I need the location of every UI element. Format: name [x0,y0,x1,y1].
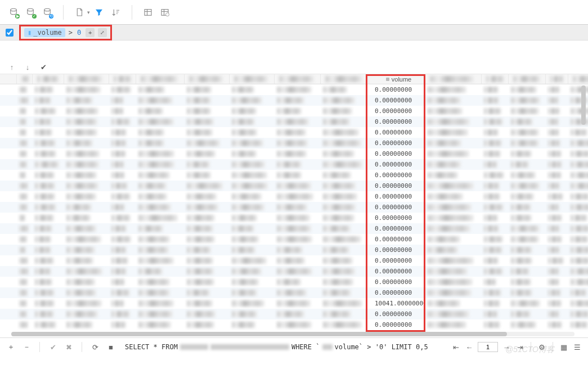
volume-cell[interactable]: 0.00000000 [369,223,425,234]
filter-bar: ▮ _volume > 0 + ⤢ [0,25,588,40]
remove-row-button[interactable]: － [21,342,32,352]
cancel-changes-button[interactable]: ✖ [64,342,74,352]
volume-column-header[interactable]: volume [369,74,425,84]
horizontal-scrollbar[interactable] [11,332,574,336]
volume-cell[interactable]: 0.00000000 [369,213,425,223]
table-row[interactable]: 0.00000000 [0,170,588,181]
vertical-scrollbar-thumb[interactable] [581,85,586,125]
volume-cell[interactable]: 0.00000000 [369,127,425,138]
volume-cell[interactable]: 0.00000000 [369,266,425,277]
filter-enabled-checkbox[interactable] [6,29,14,37]
stop-button[interactable]: ■ [106,342,116,352]
sql-where: WHERE ` [291,343,320,351]
refresh-button[interactable]: ⟳ [90,342,100,352]
volume-cell[interactable]: 0.00000000 [369,287,425,298]
form-view-button[interactable]: ☰ [572,342,582,352]
table-row[interactable]: 0.00000000 [0,223,588,234]
row-down-button[interactable]: ↓ [24,63,32,71]
volume-cell[interactable]: 0.00000000 [369,309,425,319]
volume-cell[interactable]: 0.00000000 [369,138,425,148]
table-row[interactable]: 0.00000000 [0,202,588,213]
table-row[interactable]: 0.00000000 [0,106,588,116]
filter-add-button[interactable]: + [86,28,95,37]
last-page-button[interactable]: ⇥ [515,342,525,352]
grid-header-row: volume [0,74,588,84]
table-row[interactable]: 0.00000000 [0,277,588,287]
page-number-input[interactable] [478,342,498,352]
rollback-badge-icon: ⟲ [49,14,53,19]
table-row[interactable]: 10041.00000000 [0,298,588,309]
settings-button[interactable]: ⚙ [537,342,547,352]
volume-cell[interactable]: 0.00000000 [369,234,425,245]
db-commit-button[interactable]: ✓ [23,4,38,20]
filter-highlight-box: ▮ _volume > 0 + ⤢ [19,25,112,40]
filter-value[interactable]: 0 [76,29,82,37]
check-badge-icon: ✓ [32,14,37,19]
sort-button[interactable] [108,4,124,20]
play-badge-icon: ▶ [15,14,20,19]
volume-cell[interactable]: 0.00000000 [369,159,425,170]
volume-cell[interactable]: 0.00000000 [369,277,425,287]
grid-view-button[interactable]: ▦ [559,342,569,352]
volume-cell[interactable]: 10041.00000000 [369,298,425,309]
table-row[interactable]: 0.00000000 [0,266,588,277]
table-row[interactable]: 0.00000000 [0,127,588,138]
sql-preview: SELECT * FROM WHERE ` volume` > '0' LIMI… [125,343,428,351]
row-up-button[interactable]: ↑ [8,63,16,71]
row-apply-button[interactable]: ✔ [39,63,47,71]
db-rollback-button[interactable]: ⟲ [39,4,55,20]
apply-changes-button[interactable]: ✔ [48,342,58,352]
volume-cell[interactable]: 0.00000000 [369,181,425,191]
first-page-button[interactable]: ⇤ [451,342,461,352]
table-row[interactable]: 0.00000000 [0,181,588,191]
filter-code-button[interactable]: ⤢ [98,28,107,37]
svg-point-0 [11,8,17,11]
volume-cell[interactable]: 0.00000000 [369,255,425,266]
table-row[interactable]: 0.00000000 [0,245,588,255]
table-refresh-button[interactable] [157,4,173,20]
volume-cell[interactable]: 0.00000000 [369,95,425,106]
table-row[interactable]: 0.00000000 [0,255,588,266]
sort-icon [111,7,121,17]
table-row[interactable]: 0.00000000 [0,191,588,202]
grid-body[interactable]: 0.000000000.000000000.000000000.00000000… [0,84,588,338]
add-row-button[interactable]: ＋ [6,342,16,352]
table-row[interactable]: 0.00000000 [0,159,588,170]
export-button[interactable] [71,4,87,20]
table-row[interactable]: 0.00000000 [0,116,588,127]
table-row[interactable]: 0.00000000 [0,138,588,148]
table-row[interactable]: 0.00000000 [0,148,588,159]
data-grid: volume 0.000000000.000000000.000000000.0… [0,74,588,338]
volume-cell[interactable]: 0.00000000 [369,148,425,159]
table-row[interactable]: 0.00000000 [0,213,588,223]
filter-button[interactable] [91,4,107,20]
db-run-button[interactable]: ▶ [6,4,21,20]
table-row[interactable]: 0.00000000 [0,84,588,95]
volume-cell[interactable]: 0.00000000 [369,116,425,127]
filter-operator[interactable]: > [69,29,73,37]
table-row[interactable]: 0.00000000 [0,287,588,298]
filter-column-chip[interactable]: ▮ _volume [24,28,65,37]
volume-cell[interactable]: 0.00000000 [369,245,425,255]
volume-cell[interactable]: 0.00000000 [369,202,425,213]
table-icon [143,7,153,17]
chevron-down-icon[interactable]: ▾ [87,10,90,15]
volume-cell[interactable]: 0.00000000 [369,191,425,202]
table-config-button[interactable] [140,4,156,20]
table-row[interactable]: 0.00000000 [0,319,588,330]
volume-cell[interactable]: 0.00000000 [369,319,425,330]
volume-cell[interactable]: 0.00000000 [369,84,425,95]
volume-cell[interactable]: 0.00000000 [369,106,425,116]
filter-column-name: _volume [33,29,62,37]
next-page-button[interactable]: → [501,342,511,352]
table-row[interactable]: 0.00000000 [0,95,588,106]
sql-select: SELECT * FROM [125,343,178,351]
main-toolbar: ▶ ✓ ⟲ ▾ [0,0,588,25]
prev-page-button[interactable]: ← [464,342,474,352]
table-row[interactable]: 0.00000000 [0,309,588,319]
table-row[interactable]: 0.00000000 [0,234,588,245]
funnel-icon [94,7,104,17]
svg-point-1 [28,8,34,11]
svg-rect-3 [145,9,151,15]
volume-cell[interactable]: 0.00000000 [369,170,425,181]
